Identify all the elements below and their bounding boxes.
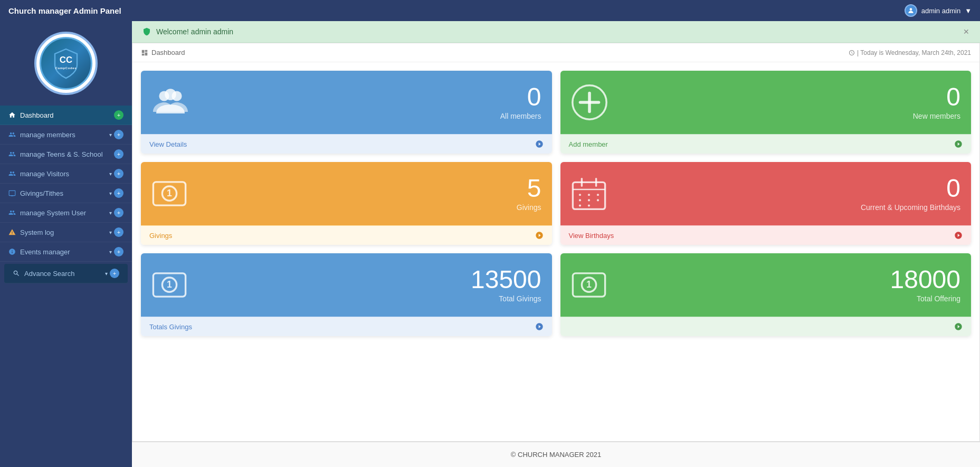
total-givings-number: 13500	[471, 267, 541, 292]
arrow-icon-2: ▾	[109, 171, 112, 177]
page-footer: © CHURCH MANAGER 2021	[132, 442, 980, 467]
main-content: Welcome! admin admin ✕ Dashboard | Today…	[132, 21, 980, 467]
card-total-givings: 1 13500 Total Givings Totals Givings	[141, 253, 552, 336]
svg-text:1: 1	[167, 279, 172, 290]
sidebar-item-advance-search[interactable]: Advance Search ▾ +	[4, 264, 128, 283]
plus-circle-icon	[571, 84, 608, 121]
members-plus[interactable]: +	[114, 130, 123, 139]
dashboard-plus[interactable]: +	[114, 110, 123, 120]
sidebar-item-dashboard[interactable]: Dashboard +	[0, 106, 132, 125]
card-total-offering: 1 18000 Total Offering	[560, 253, 972, 336]
totals-givings-link: Totals Givings	[149, 323, 192, 331]
arrow-icon-1: ▾	[109, 132, 112, 138]
birthdays-number: 0	[861, 176, 960, 201]
new-members-footer[interactable]: Add member	[560, 134, 972, 154]
total-offering-footer[interactable]	[560, 317, 972, 336]
sidebar-item-label-events: Events manager	[20, 248, 70, 256]
logo-icon: CC CampCodes	[50, 47, 82, 79]
logo-container: CC CampCodes	[34, 32, 98, 95]
card-givings: 1 5 Givings Givings	[141, 162, 552, 245]
arrow-right-icon-5	[535, 322, 544, 331]
svg-point-18	[596, 194, 598, 196]
logo: CC CampCodes	[40, 37, 92, 90]
app-brand: Church manager Admin Panel	[8, 6, 121, 15]
layout: CC CampCodes Dashboard +	[0, 21, 980, 467]
svg-text:1: 1	[167, 188, 172, 198]
svg-text:CampCodes: CampCodes	[55, 66, 77, 70]
sidebar-item-label-system-user: manage System User	[20, 209, 86, 217]
users-icon-4	[8, 209, 16, 216]
monitor-icon	[8, 189, 16, 197]
teens-plus[interactable]: +	[114, 149, 123, 159]
dropdown-arrow-icon: ▼	[965, 7, 972, 15]
sidebar-item-system-user[interactable]: manage System User ▾ +	[0, 203, 132, 223]
system-log-plus[interactable]: +	[114, 227, 123, 237]
new-members-number: 0	[913, 84, 960, 110]
sidebar-item-manage-visitors[interactable]: manage Visitors ▾ +	[0, 164, 132, 184]
visitors-plus[interactable]: +	[114, 169, 123, 178]
arrow-right-icon-2	[954, 140, 963, 148]
clock-icon	[849, 50, 855, 56]
arrow-right-icon-6	[954, 322, 963, 331]
birthdays-footer[interactable]: View Birthdays	[560, 225, 972, 245]
sidebar-item-manage-teens[interactable]: manage Teens & S. School +	[0, 145, 132, 164]
sidebar-item-label-system-log: System log	[20, 228, 54, 236]
dollar-icon-2: 1	[151, 269, 187, 301]
givings-footer[interactable]: Givings	[141, 225, 552, 245]
all-members-label: All members	[500, 112, 541, 120]
user-label: admin admin	[921, 7, 960, 15]
svg-point-21	[596, 199, 598, 201]
sidebar-item-label-members: manage members	[20, 131, 75, 139]
footer-text: © CHURCH MANAGER 2021	[511, 451, 601, 459]
sidebar-item-givings[interactable]: Givings/Tithes ▾ +	[0, 184, 132, 203]
birthdays-label: Current & Upcoming Birthdays	[861, 203, 960, 212]
info-icon	[8, 248, 16, 255]
svg-point-16	[578, 194, 581, 196]
top-navbar: Church manager Admin Panel admin admin ▼	[0, 0, 980, 21]
svg-text:1: 1	[586, 279, 592, 290]
user-menu[interactable]: admin admin ▼	[905, 4, 972, 17]
users-icon-2	[8, 150, 16, 158]
card-birthdays: 0 Current & Upcoming Birthdays View Birt…	[560, 162, 972, 245]
arrow-icon-7: ▾	[105, 271, 108, 277]
arrow-right-icon-1	[535, 140, 544, 148]
sidebar-item-label-visitors: manage Visitors	[20, 170, 69, 178]
sidebar-item-label-givings: Givings/Tithes	[20, 189, 63, 197]
dashboard-title: Dashboard	[151, 49, 185, 56]
dollar-icon-1: 1	[151, 178, 187, 209]
arrow-right-icon-3	[535, 231, 544, 240]
add-member-link: Add member	[569, 140, 608, 148]
view-details-link: View Details	[149, 140, 187, 148]
sidebar-item-events[interactable]: Events manager ▾ +	[0, 242, 132, 262]
search-icon	[13, 270, 20, 277]
dashboard-header: Dashboard | Today is Wednesday, March 24…	[132, 43, 979, 62]
sidebar-item-system-log[interactable]: System log ▾ +	[0, 223, 132, 242]
events-plus[interactable]: +	[114, 247, 123, 256]
sidebar-item-label-advance-search: Advance Search	[24, 270, 74, 278]
total-offering-number: 18000	[890, 267, 960, 292]
card-all-members: 0 All members View Details	[141, 71, 552, 154]
arrow-icon-5: ▾	[109, 230, 112, 235]
search-plus[interactable]: +	[110, 269, 119, 278]
svg-point-20	[587, 199, 589, 201]
card-new-members: 0 New members Add member	[560, 71, 972, 154]
close-welcome-icon[interactable]: ✕	[963, 27, 969, 36]
dashboard-date: | Today is Wednesday, March 24th, 2021	[857, 49, 971, 56]
sidebar-item-manage-members[interactable]: manage members ▾ +	[0, 125, 132, 145]
system-user-plus[interactable]: +	[114, 208, 123, 217]
dashboard-icon	[141, 49, 148, 56]
warning-icon	[8, 228, 16, 236]
arrow-icon-4: ▾	[109, 210, 112, 216]
dollar-icon-3: 1	[571, 269, 607, 301]
new-members-label: New members	[913, 112, 960, 120]
svg-point-17	[587, 194, 589, 196]
sidebar-item-label-dashboard: Dashboard	[20, 111, 54, 119]
total-givings-label: Total Givings	[471, 294, 541, 303]
arrow-right-icon-4	[954, 231, 963, 240]
all-members-footer[interactable]: View Details	[141, 134, 552, 154]
svg-point-5	[165, 89, 176, 100]
givings-plus[interactable]: +	[114, 188, 123, 198]
sidebar-navigation: Dashboard + manage members ▾ +	[0, 106, 132, 285]
total-givings-footer[interactable]: Totals Givings	[141, 317, 552, 336]
svg-point-19	[578, 199, 581, 201]
